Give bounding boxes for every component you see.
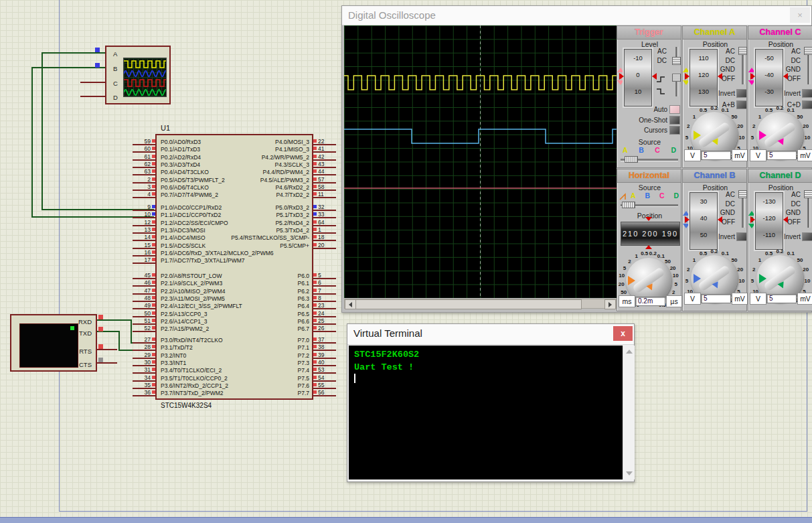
scope-window-titlebar[interactable]: Digital Oscilloscope × (342, 6, 811, 25)
mcu-body[interactable]: P0.0/AD0/RxD3P4.0/MOSI_35922P0.1/AD1/TxD… (155, 134, 313, 400)
trigger-edge-switch[interactable] (672, 74, 681, 96)
trigger-coupling-switch[interactable] (672, 47, 681, 65)
source-slider[interactable] (621, 156, 678, 163)
mcu-pin-number: 17 (133, 256, 155, 264)
scrollbar-left-arrow-icon[interactable] (345, 299, 356, 309)
button-invert[interactable] (802, 89, 812, 98)
button-cursors[interactable] (669, 126, 680, 135)
pin-connection-marker (152, 235, 155, 238)
mcu-pin-number: 55 (313, 382, 336, 389)
scale-value-box[interactable]: 5 (766, 151, 797, 160)
mcu-pin-row: P2.6/A14/CCP1_3P6.65125 (157, 317, 312, 325)
terminal-window-titlebar[interactable]: Virtual Terminal x (347, 324, 634, 345)
pin-connection-marker (313, 192, 317, 196)
coupling-switch[interactable] (738, 190, 747, 228)
mcu-pin-row: P0.7/AD7/T4/PWM6_2P4.7/TxD2_2411 (157, 191, 312, 198)
switch-handle[interactable] (804, 190, 812, 198)
panel-horizontal: HorizontalSourceABCDPosition210 200 1902… (617, 169, 681, 311)
mcu-pin-row: P3.0/RxD/INT4/T2CLKOP7.02737 (157, 336, 312, 344)
arrow-down-icon (748, 224, 755, 228)
terminal-output[interactable]: STC15F2K60S2Uart Test ! (349, 346, 623, 479)
knob-scale-label: 5 (623, 265, 626, 271)
coupling-label-gnd: GND (778, 65, 801, 74)
mcu-pin-label-left: P2.5/A13/CCP0_3 (161, 311, 207, 317)
slider-thumb[interactable] (625, 156, 638, 163)
terminal-window-title: Virtual Terminal (353, 327, 422, 339)
switch-handle[interactable] (672, 74, 681, 82)
terminal-component[interactable]: RXDTXDRTSCTS (10, 314, 97, 372)
mcu-pin-number: 24 (313, 310, 336, 317)
button-invert[interactable] (736, 89, 747, 98)
display-horizontal-scrollbar[interactable] (344, 299, 617, 309)
coupling-switch[interactable] (804, 47, 812, 84)
panel-title: Channel C (748, 26, 812, 40)
slider-thumb[interactable] (622, 202, 635, 208)
panel-title: Channel D (748, 169, 812, 183)
scrollbar-thumb[interactable] (355, 299, 582, 309)
pin-connection-marker (313, 289, 317, 292)
pin-connection-marker (152, 177, 155, 181)
button-invert[interactable] (736, 232, 747, 241)
mcu-pin-number: 38 (313, 344, 336, 351)
button-label: Cursors (617, 127, 667, 134)
coupling-switch[interactable] (804, 190, 812, 228)
pin-connection-marker (152, 376, 155, 379)
mcu-pin-row: P0.6/AD6/T4CLKOP4.6/RxD2_2358 (157, 183, 312, 191)
position-display[interactable]: 210 200 190 (621, 222, 680, 246)
scale-value-box[interactable]: 5 (701, 294, 731, 303)
mcu-pin-row: P3.1/TxD/T2P7.12838 (157, 344, 312, 351)
coupling-label-off: OFF (778, 218, 801, 227)
source-label: Source (617, 183, 682, 192)
pin-connection-marker (313, 319, 317, 322)
button-label: One-Shot (617, 117, 667, 124)
mcu-pin-number: 51 (133, 317, 155, 325)
terminal-scroll-up-icon[interactable] (626, 350, 633, 354)
mcu-pin-label-right: P6.1 (298, 280, 310, 287)
mcu-pin-label-left: P2.3/A11/MOSI_2/PWM5 (161, 295, 225, 302)
switch-handle[interactable] (672, 57, 681, 65)
coupling-label-off: OFF (712, 218, 735, 227)
scope-window-close-button[interactable]: × (790, 7, 810, 23)
knob-scale-label: 0.2 (776, 248, 783, 254)
button-one-shot[interactable] (669, 116, 680, 125)
switch-handle[interactable] (804, 47, 812, 55)
scale-value-box[interactable]: 0.2m (635, 297, 665, 306)
pin-connection-marker (313, 345, 317, 348)
switch-handle[interactable] (738, 190, 747, 198)
knob-scale-label: 20 (619, 281, 625, 287)
button-c-d[interactable] (802, 100, 812, 109)
button-a-b[interactable] (736, 100, 747, 109)
pin-marker-txd (98, 327, 103, 331)
bottom-scroll-band[interactable] (0, 517, 812, 523)
terminal-scrollbar[interactable] (623, 346, 635, 479)
knob-scale-label: 2 (672, 289, 675, 295)
mcu-pin-label-left: P2.7/A15/PWM2_2 (161, 325, 209, 332)
knob-pointer (759, 131, 766, 140)
coupling-switch[interactable] (738, 47, 747, 84)
mcu-pin-row: P3.5/T1/T0CLKO/CCP0_2P7.53454 (157, 374, 312, 382)
terminal-scroll-down-icon[interactable] (626, 471, 633, 475)
mcu-pin-number: 6 (313, 279, 336, 287)
scale-value-box[interactable]: 5 (701, 151, 731, 160)
slider-tick-label: 0 (625, 71, 651, 78)
button-invert[interactable] (802, 232, 812, 241)
button-auto[interactable] (669, 105, 680, 114)
mcu-pin-label-right: P7.4 (298, 367, 310, 374)
probe-marker-b (95, 63, 100, 68)
mcu-pin-label-left: P3.2/INT0 (161, 352, 186, 359)
oscilloscope-component[interactable]: ABCD (105, 46, 171, 104)
terminal-window-close-button[interactable]: x (613, 326, 633, 341)
mcu-pin-row: P3.2/INT0P7.22939 (157, 352, 312, 359)
mcu-pin-label-right: P7.5 (298, 375, 310, 382)
mcu-pin-label-left: P1.2/ADC2/SS/ECI/CMPO (161, 220, 228, 226)
scale-value-box[interactable]: 5 (766, 294, 797, 303)
switch-handle[interactable] (738, 47, 747, 55)
knob-scale-label: 20 (803, 123, 809, 129)
source-slider[interactable] (621, 202, 678, 208)
knob-scale-label: 0.5 (700, 107, 707, 113)
mcu-pin-row: P2.2/A10/MISO_2/PWM4P6.2477 (157, 287, 312, 295)
scrollbar-right-arrow-icon[interactable] (604, 299, 616, 309)
knob-scale-label: 20 (803, 267, 809, 273)
pin-connection-marker (313, 338, 317, 341)
mcu-pin-number: 20 (313, 242, 336, 249)
